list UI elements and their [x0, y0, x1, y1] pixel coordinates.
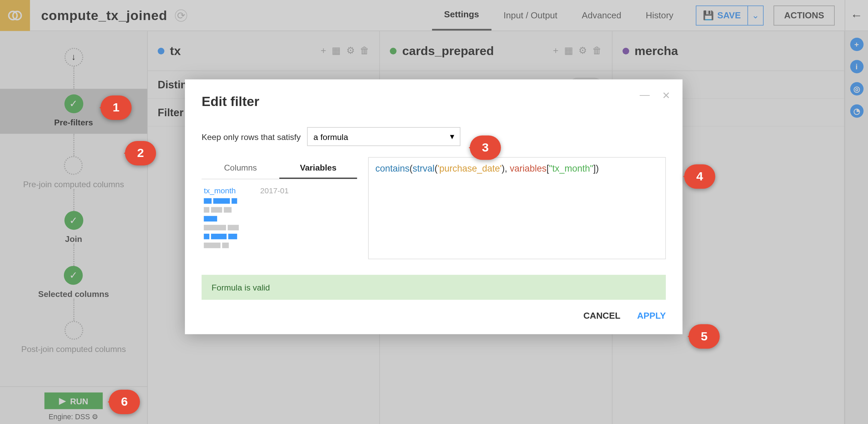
formula-valid-banner: Formula is valid — [202, 275, 666, 300]
close-icon[interactable]: ✕ — [662, 89, 671, 102]
annotation-callout-6: 6 — [109, 390, 140, 414]
sparkline-icon — [204, 198, 355, 248]
minimize-icon[interactable]: — — [640, 89, 649, 102]
var-tab-columns[interactable]: Columns — [202, 157, 279, 179]
annotation-callout-4: 4 — [684, 164, 715, 189]
cancel-button[interactable]: CANCEL — [583, 311, 620, 321]
modal-title: Edit filter — [202, 94, 666, 109]
annotation-callout-2: 2 — [125, 141, 156, 165]
variable-value: 2017-01 — [260, 186, 289, 195]
filter-condition-row: Keep only rows that satisfy a formula ▾ — [202, 127, 666, 146]
select-value: a formula — [313, 132, 348, 141]
edit-filter-modal: — ✕ Edit filter Keep only rows that sati… — [185, 80, 682, 334]
annotation-callout-5: 5 — [689, 324, 720, 349]
chevron-down-icon: ▾ — [450, 131, 454, 141]
filter-type-select[interactable]: a formula ▾ — [307, 127, 461, 146]
variables-panel: Columns Variables tx_month 2017-01 — [202, 157, 357, 259]
formula-editor: Columns Variables tx_month 2017-01 — [202, 157, 666, 259]
var-tab-variables[interactable]: Variables — [279, 157, 357, 179]
variable-name[interactable]: tx_month — [204, 186, 236, 195]
apply-button[interactable]: APPLY — [637, 311, 666, 321]
annotation-callout-1: 1 — [101, 95, 132, 120]
annotation-callout-3: 3 — [470, 136, 501, 160]
formula-input[interactable]: contains(strval('purchase_date'), variab… — [368, 157, 666, 259]
keep-rows-label: Keep only rows that satisfy — [202, 132, 301, 141]
